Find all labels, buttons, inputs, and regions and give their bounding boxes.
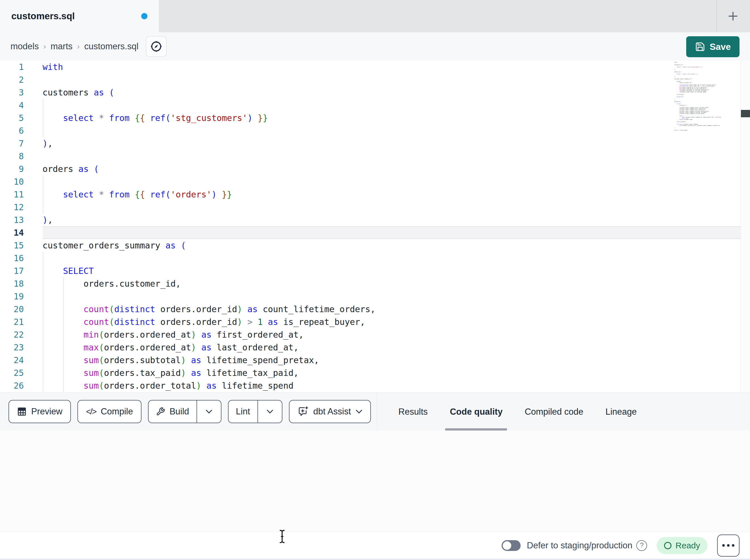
line-number[interactable]: 23 xyxy=(0,341,24,354)
line-number[interactable]: 14 xyxy=(0,226,24,239)
save-button[interactable]: Save xyxy=(686,36,739,57)
breadcrumb-item-file: customers.sql xyxy=(84,41,138,51)
code-line[interactable]: select * from {{ ref('orders') }} xyxy=(42,188,741,201)
tab-code-quality[interactable]: Code quality xyxy=(445,393,507,431)
code-line[interactable]: count(distinct orders.order_id) > 1 as i… xyxy=(42,315,741,328)
code-line[interactable]: sum(orders.order_total) as lifetime_spen… xyxy=(42,379,741,392)
save-label: Save xyxy=(710,42,731,52)
line-number[interactable]: 16 xyxy=(0,252,24,265)
ready-circle-icon xyxy=(664,542,671,549)
line-number[interactable]: 17 xyxy=(0,265,24,277)
breadcrumb-item-models[interactable]: models xyxy=(11,41,39,51)
indent-guide xyxy=(63,277,64,392)
line-number[interactable]: 19 xyxy=(0,290,24,303)
tab-compiled-code[interactable]: Compiled code xyxy=(520,393,588,431)
lint-dropdown-button[interactable] xyxy=(257,400,282,422)
code-line[interactable]: max(orders.ordered_at) as last_ordered_a… xyxy=(42,341,741,354)
compile-label: Compile xyxy=(101,407,133,417)
line-number[interactable]: 2 xyxy=(0,74,24,86)
lint-button[interactable]: Lint xyxy=(229,400,257,422)
save-icon xyxy=(695,42,705,52)
code-line[interactable]: customers as ( xyxy=(42,86,741,99)
table-icon xyxy=(17,407,27,416)
build-split-button: Build xyxy=(148,400,221,423)
line-number[interactable]: 4 xyxy=(0,99,24,111)
line-number[interactable]: 24 xyxy=(0,354,24,367)
code-editor[interactable]: 1234567891011121314151617181920212223242… xyxy=(0,61,750,392)
line-number[interactable]: 10 xyxy=(0,175,24,188)
line-number[interactable]: 25 xyxy=(0,367,24,379)
code-line[interactable]: sum(orders.subtotal) as lifetime_spend_p… xyxy=(42,354,741,367)
line-number[interactable]: 18 xyxy=(0,277,24,290)
breadcrumb-item-marts[interactable]: marts xyxy=(51,41,73,51)
code-line[interactable] xyxy=(42,175,741,188)
line-number[interactable]: 3 xyxy=(0,86,24,99)
build-dropdown-button[interactable] xyxy=(197,400,221,422)
breadcrumb-separator: › xyxy=(43,42,46,51)
line-number[interactable]: 11 xyxy=(0,188,24,201)
code-line[interactable] xyxy=(42,252,741,265)
code-line[interactable]: select * from {{ ref('stg_customers') }} xyxy=(42,111,741,124)
line-number[interactable]: 26 xyxy=(0,379,24,392)
line-number[interactable]: 7 xyxy=(0,137,24,150)
tab-lineage[interactable]: Lineage xyxy=(601,393,641,431)
code-quality-panel: There is nothing here Press the Lint or … xyxy=(0,431,750,532)
ready-label: Ready xyxy=(675,541,700,551)
new-tab-button[interactable] xyxy=(725,8,741,24)
unsaved-indicator-dot xyxy=(141,13,147,19)
code-line[interactable]: min(orders.ordered_at) as first_ordered_… xyxy=(42,328,741,341)
editor-toolbar: Preview </> Compile Build Lint dbt Assis… xyxy=(0,392,750,431)
line-number[interactable]: 5 xyxy=(0,111,24,124)
dbt-assist-button[interactable]: dbt Assist xyxy=(289,400,371,423)
line-number[interactable]: 13 xyxy=(0,213,24,226)
line-number-gutter: 1234567891011121314151617181920212223242… xyxy=(0,61,24,392)
results-tab-strip: ResultsCode qualityCompiled codeLineage xyxy=(377,393,750,431)
defer-toggle[interactable] xyxy=(501,540,520,551)
code-line[interactable] xyxy=(42,74,741,86)
line-number[interactable]: 6 xyxy=(0,124,24,137)
code-line[interactable]: customer_orders_summary as ( xyxy=(42,239,741,252)
code-line[interactable] xyxy=(42,124,741,137)
tab-results[interactable]: Results xyxy=(394,393,432,431)
code-line[interactable]: orders as ( xyxy=(42,163,741,175)
plus-icon xyxy=(727,9,739,23)
line-number[interactable]: 1 xyxy=(0,61,24,74)
line-number[interactable]: 22 xyxy=(0,328,24,341)
code-lines[interactable]: withcustomers as ( select * from {{ ref(… xyxy=(24,61,741,392)
build-button[interactable]: Build xyxy=(149,400,197,422)
overflow-menu-button[interactable] xyxy=(717,535,739,557)
lint-split-button: Lint xyxy=(228,400,282,423)
line-number[interactable]: 12 xyxy=(0,201,24,213)
code-line[interactable] xyxy=(42,150,741,163)
code-line[interactable] xyxy=(42,99,741,111)
code-line[interactable] xyxy=(42,201,741,213)
file-tab[interactable]: customers.sql xyxy=(0,0,159,32)
code-line[interactable]: sum(orders.tax_paid) as lifetime_tax_pai… xyxy=(42,367,741,379)
minimap[interactable]: withcustomers as ( select * from {{ ref(… xyxy=(674,62,739,147)
assist-sparkle-chat-icon xyxy=(297,406,309,417)
help-icon[interactable]: ? xyxy=(636,540,647,551)
line-number[interactable]: 15 xyxy=(0,239,24,252)
code-line[interactable]: ), xyxy=(42,137,741,150)
code-line[interactable]: with xyxy=(42,61,741,74)
scrollbar-thumb[interactable] xyxy=(741,110,750,117)
active-code-line[interactable] xyxy=(42,226,741,239)
build-label: Build xyxy=(170,407,189,417)
code-line[interactable]: count(distinct orders.order_id) as count… xyxy=(42,303,741,315)
tab-bar-divider xyxy=(716,0,717,32)
line-number[interactable]: 9 xyxy=(0,163,24,175)
line-number[interactable]: 20 xyxy=(0,303,24,315)
chevron-down-icon xyxy=(267,410,273,414)
preview-button[interactable]: Preview xyxy=(8,400,71,423)
compile-button[interactable]: </> Compile xyxy=(77,400,141,423)
code-line[interactable]: orders.customer_id, xyxy=(42,277,741,290)
indent-guide xyxy=(43,99,43,137)
line-number[interactable]: 8 xyxy=(0,150,24,163)
chevron-down-icon xyxy=(356,410,362,414)
editor-scrollbar[interactable] xyxy=(741,61,750,392)
open-lineage-button[interactable] xyxy=(146,36,167,57)
code-line[interactable]: ), xyxy=(42,213,741,226)
code-line[interactable] xyxy=(42,290,741,303)
code-line[interactable]: SELECT xyxy=(42,265,741,277)
line-number[interactable]: 21 xyxy=(0,315,24,328)
